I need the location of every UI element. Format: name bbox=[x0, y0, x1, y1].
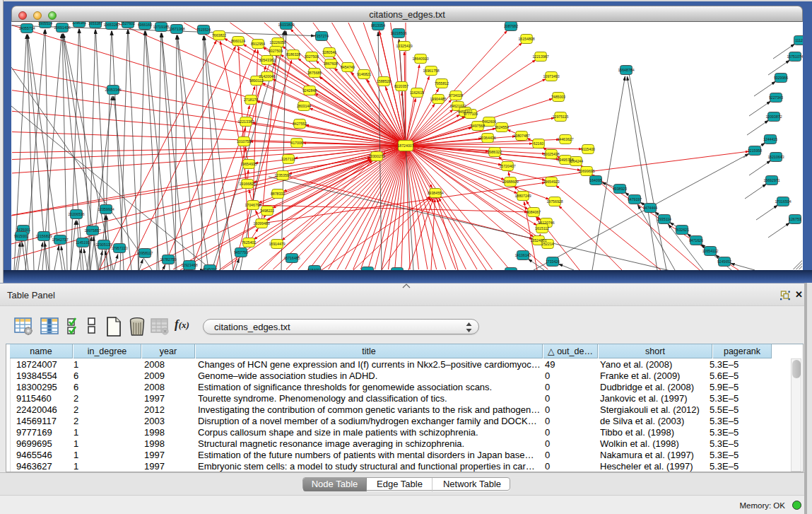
svg-text:13325419: 13325419 bbox=[396, 44, 412, 48]
svg-text:8660124: 8660124 bbox=[231, 39, 245, 43]
svg-text:3498222: 3498222 bbox=[260, 209, 274, 213]
svg-text:19654923: 19654923 bbox=[543, 180, 559, 184]
svg-text:8186328: 8186328 bbox=[286, 52, 300, 57]
svg-text:2087682: 2087682 bbox=[504, 24, 518, 28]
svg-text:14136141: 14136141 bbox=[514, 253, 531, 257]
svg-text:2986322: 2986322 bbox=[488, 150, 502, 154]
svg-text:12156829: 12156829 bbox=[35, 234, 52, 238]
svg-text:16120746: 16120746 bbox=[538, 221, 554, 225]
svg-text:62160: 62160 bbox=[534, 141, 544, 146]
svg-text:19756928: 19756928 bbox=[546, 199, 563, 204]
svg-text:417006: 417006 bbox=[290, 141, 302, 145]
svg-text:1145193: 1145193 bbox=[76, 240, 90, 245]
svg-text:19166825: 19166825 bbox=[239, 182, 255, 186]
svg-text:2435001: 2435001 bbox=[16, 228, 30, 232]
svg-text:15751074: 15751074 bbox=[787, 54, 803, 59]
svg-text:11124: 11124 bbox=[795, 38, 803, 42]
svg-text:9242848: 9242848 bbox=[302, 88, 317, 93]
svg-text:10719185: 10719185 bbox=[153, 25, 169, 29]
svg-text:18807249: 18807249 bbox=[514, 194, 531, 198]
svg-text:15720407: 15720407 bbox=[499, 164, 515, 168]
svg-text:1244415: 1244415 bbox=[763, 137, 777, 141]
svg-text:9146821: 9146821 bbox=[357, 72, 371, 76]
svg-text:16033809: 16033809 bbox=[278, 23, 294, 27]
svg-text:23300273: 23300273 bbox=[368, 154, 384, 158]
svg-text:10807487: 10807487 bbox=[513, 134, 529, 138]
svg-text:3875685: 3875685 bbox=[307, 71, 322, 75]
svg-text:16099489: 16099489 bbox=[253, 221, 269, 226]
svg-text:9245652: 9245652 bbox=[717, 259, 731, 264]
svg-text:7515524: 7515524 bbox=[196, 28, 211, 32]
svg-text:1653287: 1653287 bbox=[88, 22, 102, 25]
svg-text:8220357: 8220357 bbox=[394, 84, 408, 88]
svg-text:164095: 164095 bbox=[589, 178, 601, 182]
svg-text:9329966: 9329966 bbox=[774, 76, 788, 80]
svg-text:13226058: 13226058 bbox=[269, 40, 286, 45]
svg-text:8454749: 8454749 bbox=[341, 65, 355, 69]
svg-text:7955812: 7955812 bbox=[435, 81, 449, 86]
svg-text:16648784: 16648784 bbox=[618, 68, 634, 72]
svg-text:9457791: 9457791 bbox=[234, 250, 248, 255]
svg-text:2718170: 2718170 bbox=[244, 98, 258, 102]
svg-text:9327509: 9327509 bbox=[269, 49, 283, 53]
svg-text:19654935: 19654935 bbox=[240, 162, 257, 166]
svg-text:10543362: 10543362 bbox=[259, 58, 275, 62]
svg-text:7632621: 7632621 bbox=[675, 228, 689, 232]
svg-text:15716485: 15716485 bbox=[283, 256, 300, 260]
svg-text:6497568: 6497568 bbox=[471, 124, 485, 128]
svg-text:9474444: 9474444 bbox=[643, 206, 657, 210]
svg-text:8471626: 8471626 bbox=[689, 238, 703, 243]
svg-text:2803144: 2803144 bbox=[297, 104, 311, 108]
svg-text:8938923: 8938923 bbox=[613, 187, 627, 191]
svg-text:3215958: 3215958 bbox=[748, 148, 762, 153]
svg-text:1162615: 1162615 bbox=[410, 90, 424, 95]
svg-text:9734028: 9734028 bbox=[449, 93, 463, 98]
svg-text:1527602: 1527602 bbox=[121, 22, 135, 25]
svg-text:20691406: 20691406 bbox=[54, 25, 70, 30]
svg-text:7357274: 7357274 bbox=[314, 34, 329, 38]
svg-text:10688609: 10688609 bbox=[502, 180, 518, 184]
svg-text:9115400: 9115400 bbox=[581, 147, 595, 151]
svg-text:12213967: 12213967 bbox=[532, 54, 548, 59]
svg-text:16961758: 16961758 bbox=[423, 69, 439, 73]
svg-text:10973493: 10973493 bbox=[543, 74, 559, 78]
svg-text:19384554: 19384554 bbox=[427, 191, 443, 195]
svg-text:17046798: 17046798 bbox=[245, 203, 261, 207]
svg-text:14463627: 14463627 bbox=[557, 137, 573, 141]
svg-text:3267110: 3267110 bbox=[281, 157, 295, 161]
svg-text:7663822: 7663822 bbox=[212, 33, 226, 37]
svg-text:20053346: 20053346 bbox=[105, 88, 121, 92]
svg-text:19904485: 19904485 bbox=[430, 97, 446, 101]
svg-text:19218506: 19218506 bbox=[390, 31, 406, 35]
svg-text:8912954: 8912954 bbox=[251, 42, 265, 46]
svg-text:12975115: 12975115 bbox=[553, 115, 569, 119]
svg-text:2867608: 2867608 bbox=[324, 62, 338, 66]
svg-text:17957223: 17957223 bbox=[111, 246, 127, 250]
svg-text:20364436: 20364436 bbox=[479, 136, 495, 140]
svg-text:12923468: 12923468 bbox=[181, 263, 197, 267]
svg-text:9327508: 9327508 bbox=[305, 54, 319, 59]
svg-text:1588520: 1588520 bbox=[377, 79, 391, 83]
svg-text:8878332: 8878332 bbox=[271, 192, 285, 196]
svg-text:8427552: 8427552 bbox=[293, 122, 307, 126]
svg-text:15692971: 15692971 bbox=[763, 178, 779, 182]
svg-text:3280546: 3280546 bbox=[322, 50, 336, 54]
svg-text:12359924: 12359924 bbox=[98, 207, 114, 211]
svg-text:20206536: 20206536 bbox=[68, 212, 84, 216]
svg-text:2935114: 2935114 bbox=[657, 217, 671, 221]
svg-text:8813054: 8813054 bbox=[371, 23, 385, 28]
svg-text:12093872: 12093872 bbox=[765, 115, 782, 119]
svg-text:14621022: 14621022 bbox=[449, 104, 466, 108]
svg-text:126753: 126753 bbox=[789, 217, 801, 221]
svg-text:10671368: 10671368 bbox=[168, 27, 184, 31]
svg-text:7625402: 7625402 bbox=[242, 240, 256, 245]
svg-text:10654112: 10654112 bbox=[702, 249, 719, 253]
svg-text:16914479: 16914479 bbox=[269, 242, 285, 246]
svg-text:17016504: 17016504 bbox=[775, 199, 791, 204]
svg-text:10958117: 10958117 bbox=[137, 251, 153, 255]
svg-text:10653287: 10653287 bbox=[103, 23, 119, 27]
svg-text:1733426: 1733426 bbox=[546, 259, 560, 264]
svg-text:12213363: 12213363 bbox=[237, 119, 254, 124]
svg-text:1615112: 1615112 bbox=[535, 226, 549, 230]
svg-text:6966160: 6966160 bbox=[138, 23, 152, 27]
